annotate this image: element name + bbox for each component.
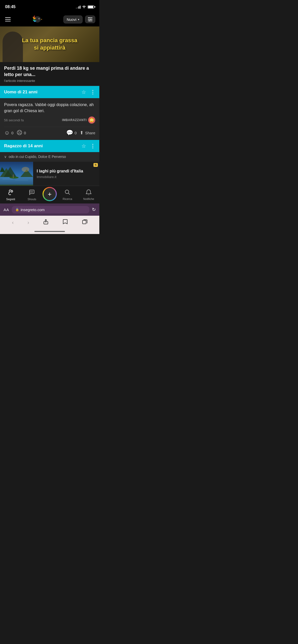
article-subtitle: l'articolo interessante (4, 79, 95, 83)
svg-point-21 (22, 167, 29, 172)
svg-point-23 (11, 191, 12, 192)
article-title: Perdi 18 kg se mangi prima di andare a l… (4, 65, 95, 78)
svg-rect-6 (88, 21, 92, 21)
dislike-count: 0 (24, 131, 26, 135)
sliders-icon (88, 17, 92, 21)
shout-header-1: Uomo di 21 anni ☆ ⋮ (0, 86, 99, 98)
forward-button[interactable]: › (25, 218, 32, 226)
ad-source: Immobiliare.it (37, 175, 96, 179)
search-icon (65, 189, 70, 197)
app-header: Nuovi ▾ (0, 12, 99, 26)
tag-emoji-icon: 😳 (88, 116, 95, 124)
wifi-icon (82, 5, 86, 9)
logo-bird-icon (32, 14, 43, 25)
article-image: La tua pancia grassa si appiattirà (0, 26, 99, 62)
share-icon: ⬆ (80, 130, 84, 136)
svg-rect-27 (83, 220, 86, 224)
svg-rect-9 (89, 20, 90, 21)
shout-header-actions-1: ☆ ⋮ (82, 89, 95, 95)
shout-header-2: Ragazzo di 14 anni ☆ ⋮ (0, 140, 99, 152)
nuovi-button[interactable]: Nuovi ▾ (63, 16, 83, 23)
more-options-icon-2[interactable]: ⋮ (90, 143, 95, 149)
shout-tag-1: IMBARAZZANTI 😳 (62, 116, 95, 124)
nav-label-ricerca: Ricerca (63, 197, 72, 200)
svg-rect-8 (90, 19, 91, 20)
nav-item-segreti[interactable]: Segreti (0, 189, 21, 201)
like-button[interactable]: ☺ 0 (4, 129, 13, 136)
more-options-icon[interactable]: ⋮ (90, 89, 95, 95)
chevron-down-icon: ▾ (78, 18, 79, 21)
nav-label-notifiche: Notifiche (83, 197, 94, 200)
like-count: 0 (11, 131, 13, 135)
shout-actions-1: ☺ 0 ☹ 0 💬 0 ⬆ Share (4, 127, 95, 136)
svg-rect-5 (88, 19, 92, 20)
svg-rect-4 (88, 18, 92, 18)
filter-button[interactable] (85, 16, 95, 23)
shouts-icon (29, 189, 35, 197)
home-bar (34, 231, 65, 232)
lock-icon: 🔒 (15, 208, 19, 211)
ad-title: I laghi più grandi d'Italia (37, 169, 96, 174)
svg-rect-18 (13, 174, 13, 178)
nav-label-shouts: Shouts (28, 198, 36, 201)
svg-rect-7 (89, 17, 89, 18)
reload-button[interactable]: ↻ (92, 207, 96, 212)
bookmarks-button[interactable] (60, 218, 71, 227)
ad-label: N (93, 163, 98, 167)
nav-plus-inner: + (44, 188, 56, 200)
favorite-icon[interactable]: ☆ (82, 89, 86, 95)
browser-bar: AA 🔒 insegreto.com ↻ (0, 203, 99, 216)
article-card[interactable]: La tua pancia grassa si appiattirà Perdi… (0, 26, 99, 86)
article-image-text: La tua pancia grassa si appiattirà (17, 37, 83, 51)
app-logo (32, 14, 43, 25)
browser-nav: ‹ › (0, 216, 99, 229)
status-icons (76, 5, 94, 9)
shout-username-1: Uomo di 21 anni (4, 90, 37, 95)
bottom-nav: Segreti Shouts + Ricerca (0, 186, 99, 203)
home-indicator (0, 229, 99, 234)
shout-tag-label-1: IMBARAZZANTI (62, 118, 87, 122)
favorite-icon-2[interactable]: ☆ (82, 143, 86, 149)
ad-image-illustration (0, 162, 33, 185)
browser-url-text: insegreto.com (21, 208, 45, 212)
comment-button[interactable]: 💬 0 (66, 129, 77, 136)
nav-item-notifiche[interactable]: Notifiche (78, 189, 100, 200)
plus-icon: + (48, 191, 51, 197)
sad-icon: ☹ (17, 129, 22, 136)
shout-collapsed-preview[interactable]: ∨ odo in cui Cupido, Dolce E Perverso (0, 152, 99, 161)
svg-point-3 (39, 18, 40, 19)
nav-item-ricerca[interactable]: Ricerca (57, 189, 78, 200)
shout-header-actions-2: ☆ ⋮ (82, 143, 95, 149)
chevron-down-icon-2: ∨ (4, 155, 7, 159)
svg-line-25 (68, 193, 70, 195)
ad-banner[interactable]: N I laghi più grandi d'Italia Immobiliar… (0, 162, 99, 186)
browser-url-bar[interactable]: 🔒 insegreto.com (12, 206, 89, 213)
share-label: Share (85, 131, 95, 135)
ad-image (0, 162, 33, 186)
smile-icon: ☺ (4, 129, 10, 136)
svg-point-24 (65, 190, 69, 194)
nav-plus-button[interactable]: + (43, 187, 57, 201)
header-controls: Nuovi ▾ (63, 16, 95, 23)
comment-icon: 💬 (66, 129, 73, 136)
browser-aa-button[interactable]: AA (4, 208, 9, 212)
shout-card-2: Ragazzo di 14 anni ☆ ⋮ ∨ odo in cui Cupi… (0, 140, 99, 161)
nav-label-segreti: Segreti (6, 198, 15, 201)
back-button[interactable]: ‹ (9, 218, 16, 226)
signal-icon (76, 5, 80, 9)
shout-text-1: Povera ragazza. Vabbè oggi doppia colazi… (4, 102, 95, 114)
tabs-button[interactable] (79, 218, 90, 227)
shout-meta-1: 56 secondi fa IMBARAZZANTI 😳 (4, 116, 95, 124)
shout-card-1: Uomo di 21 anni ☆ ⋮ Povera ragazza. Vabb… (0, 86, 99, 140)
dislike-button[interactable]: ☹ 0 (17, 129, 26, 136)
bell-icon (86, 189, 91, 197)
shout-time-1: 56 secondi fa (4, 118, 24, 122)
share-button-browser[interactable] (40, 218, 51, 227)
shout-body-1: Povera ragazza. Vabbè oggi doppia colazi… (0, 98, 99, 140)
hamburger-menu[interactable] (4, 16, 12, 22)
svg-marker-1 (41, 19, 42, 20)
ad-content: N I laghi più grandi d'Italia Immobiliar… (33, 162, 99, 186)
share-button[interactable]: ⬆ Share (80, 130, 95, 136)
comment-count: 0 (75, 131, 77, 135)
nav-item-shouts[interactable]: Shouts (21, 189, 43, 201)
